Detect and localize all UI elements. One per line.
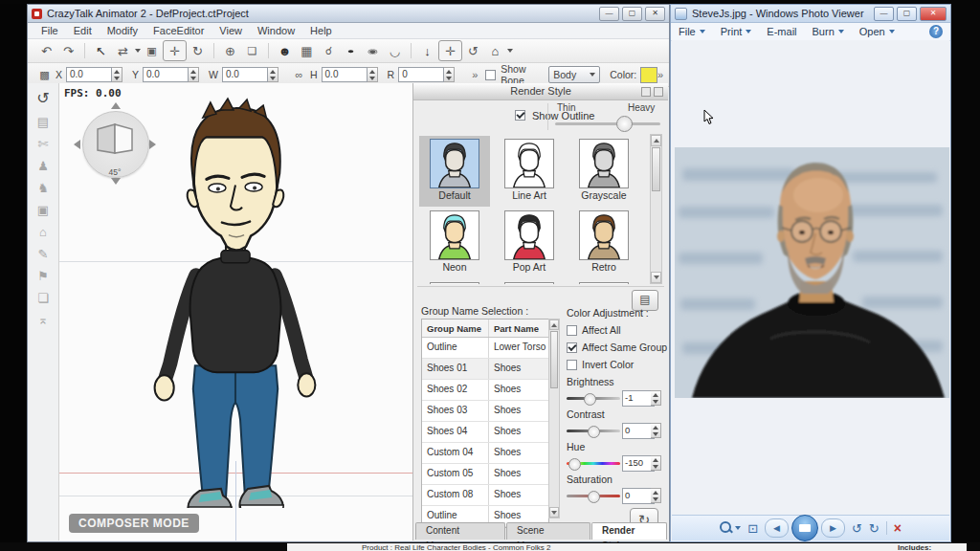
w-input[interactable]: 0.0: [222, 67, 268, 82]
minimize-button[interactable]: —: [599, 7, 619, 21]
style-gallery-scrollbar[interactable]: [650, 134, 662, 284]
crazytalk-titlebar[interactable]: CrazyTalk Animator 2 - DefProject.ctProj…: [28, 5, 669, 23]
panel-float-icon[interactable]: [641, 87, 651, 97]
brightness-knob[interactable]: [584, 393, 596, 406]
y-input[interactable]: 0.0: [143, 67, 189, 82]
rotate-cw-icon[interactable]: ↻: [869, 522, 880, 535]
tab-scene-manager[interactable]: Scene Manager: [506, 522, 590, 540]
panel-header[interactable]: Render Style: [413, 83, 668, 100]
group-table-scrollbar[interactable]: [548, 319, 560, 518]
tab-render-style[interactable]: Render Style: [591, 522, 667, 540]
menu-edit[interactable]: Edit: [66, 25, 100, 36]
table-row[interactable]: Custom 08Shoes: [422, 485, 548, 506]
delete-button[interactable]: ×: [894, 520, 902, 536]
rotate-down-arrow[interactable]: [111, 178, 121, 185]
animation-tool-icon[interactable]: ♞: [37, 182, 49, 194]
rotate-ccw-icon[interactable]: ↺: [852, 522, 862, 535]
pv-menu-email[interactable]: E-mail: [767, 26, 796, 37]
home-caret-icon[interactable]: [507, 49, 513, 53]
export-tool-icon[interactable]: ⌅: [38, 314, 49, 326]
attach-tool-icon[interactable]: ✛: [163, 40, 187, 61]
previous-button[interactable]: ◀: [765, 518, 789, 538]
x-spinner[interactable]: [112, 67, 122, 82]
actor-icon[interactable]: ☻: [274, 41, 296, 60]
flip-tool-icon[interactable]: ⇄: [112, 41, 134, 60]
mouth-part-icon[interactable]: ◡: [384, 41, 406, 60]
style-pop-art[interactable]: Pop Art: [494, 208, 565, 278]
ear-part-icon[interactable]: ☌: [318, 41, 340, 60]
photo-viewer-titlebar[interactable]: SteveJs.jpg - Windows Photo Viewer — ▢ ✕: [671, 5, 950, 23]
style-line-art[interactable]: Line Art: [494, 136, 565, 207]
rotate-ccw-tool-icon[interactable]: ↺: [462, 41, 484, 60]
hue-spinner[interactable]: [651, 455, 661, 471]
style-default[interactable]: Default: [419, 136, 490, 207]
contrast-knob[interactable]: [588, 426, 600, 438]
h-spinner[interactable]: [368, 67, 378, 82]
move-tool-icon[interactable]: ✛: [438, 40, 462, 61]
back-tool-icon[interactable]: ↺: [36, 91, 49, 106]
invert-color-checkbox[interactable]: [567, 360, 577, 370]
fit-to-window-icon[interactable]: ⊡: [747, 522, 758, 535]
snap-grid-icon[interactable]: ▩: [33, 65, 56, 84]
scrollbar-thumb[interactable]: [550, 331, 558, 388]
brightness-value[interactable]: -1: [622, 390, 655, 407]
rotate-tool-icon[interactable]: ↻: [187, 41, 209, 60]
style-row3-partial[interactable]: [494, 279, 565, 284]
pv-close-button[interactable]: ✕: [920, 7, 947, 21]
bone-color-swatch[interactable]: [640, 67, 657, 83]
face-part-icon[interactable]: ●: [340, 41, 362, 60]
table-row[interactable]: Custom 04Shoes: [422, 443, 548, 464]
pv-minimize-button[interactable]: —: [874, 7, 894, 21]
pv-maximize-button[interactable]: ▢: [897, 7, 917, 21]
y-spinner[interactable]: [189, 67, 199, 82]
toolbar-overflow-icon[interactable]: »: [472, 69, 478, 80]
scroll-up-icon[interactable]: [549, 320, 559, 330]
saturation-knob[interactable]: [588, 491, 600, 503]
menu-file[interactable]: File: [33, 25, 66, 36]
pv-menu-print[interactable]: Print: [721, 26, 752, 37]
hue-value[interactable]: -150: [622, 455, 655, 472]
duplicate-icon[interactable]: ❏: [241, 41, 263, 60]
prop-tool-icon[interactable]: ⌂: [39, 226, 47, 238]
zoom-button[interactable]: [720, 521, 741, 535]
table-row[interactable]: Shoes 01Shoes: [422, 359, 548, 380]
add-prop-icon[interactable]: ⊕: [219, 41, 241, 60]
flag-tool-icon[interactable]: ⚑: [37, 270, 49, 282]
w-spinner[interactable]: [268, 67, 278, 82]
outline-thickness-knob[interactable]: [616, 116, 633, 132]
toolbar-overflow2-icon[interactable]: »: [657, 69, 663, 80]
actor-list-icon[interactable]: ♟: [37, 160, 49, 172]
menu-faceeditor[interactable]: FaceEditor: [145, 25, 212, 36]
table-row[interactable]: Shoes 04Shoes: [422, 422, 548, 443]
character-preview[interactable]: [138, 95, 333, 508]
scroll-up-icon[interactable]: [651, 135, 661, 146]
pv-menu-file[interactable]: File: [679, 26, 705, 37]
x-input[interactable]: 0.0: [66, 67, 112, 82]
style-row3-partial[interactable]: [419, 279, 490, 284]
style-retro[interactable]: Retro: [568, 208, 639, 278]
edit-tool-icon[interactable]: ✎: [38, 248, 49, 260]
saturation-spinner[interactable]: [651, 488, 661, 503]
drop-down-icon[interactable]: ↓: [416, 41, 438, 60]
brightness-spinner[interactable]: [651, 390, 661, 406]
undo-icon[interactable]: ↶: [35, 41, 57, 60]
table-row[interactable]: Shoes 02Shoes: [422, 380, 548, 401]
panel-pin-icon[interactable]: [654, 87, 663, 97]
pv-menu-open[interactable]: Open: [859, 26, 895, 37]
scroll-down-icon[interactable]: [651, 272, 661, 283]
scrollbar-thumb[interactable]: [652, 147, 660, 191]
affect-same-group-checkbox[interactable]: [567, 342, 577, 353]
affect-all-checkbox[interactable]: [567, 325, 577, 336]
rotate-left-arrow[interactable]: [74, 140, 80, 149]
contrast-value[interactable]: 0: [622, 423, 655, 439]
contrast-spinner[interactable]: [651, 423, 661, 438]
r-spinner[interactable]: [444, 67, 455, 82]
style-neon[interactable]: Neon: [419, 208, 490, 278]
bone-scope-select[interactable]: Body: [548, 66, 600, 83]
saturation-value[interactable]: 0: [622, 488, 655, 504]
select-tool-icon[interactable]: ↖: [90, 41, 112, 60]
show-outline-checkbox[interactable]: [515, 110, 525, 121]
home-icon[interactable]: ⌂: [484, 41, 506, 60]
stage-canvas[interactable]: FPS: 0.00 45°: [59, 83, 412, 540]
outline-thickness-slider[interactable]: [555, 122, 660, 125]
